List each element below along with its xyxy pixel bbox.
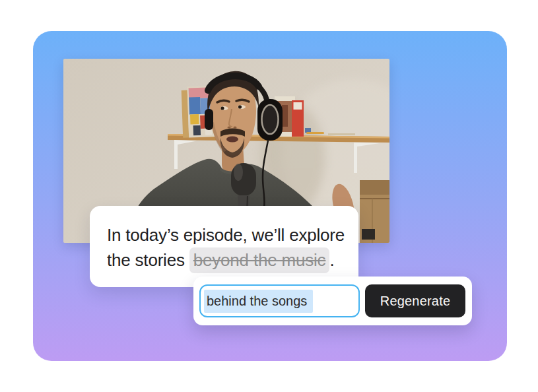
caption-period: . [329,250,334,270]
selected-input-text: behind the songs [204,290,313,313]
photo-box [360,180,389,243]
removed-text: beyond the music [189,247,330,273]
caption-line-1: In today’s episode, we’ll explore [107,222,358,247]
promo-canvas: In today’s episode, we’ll explore the st… [0,0,538,392]
rewrite-input[interactable]: behind the songs [199,284,360,317]
caption-line-2: the stories beyond the music. [107,247,358,273]
regenerate-button[interactable]: Regenerate [365,284,465,317]
caption-card: In today’s episode, we’ll explore the st… [90,206,358,287]
caption-line-2-prefix: the stories [107,250,189,270]
rewrite-card: behind the songs Regenerate [193,277,472,325]
